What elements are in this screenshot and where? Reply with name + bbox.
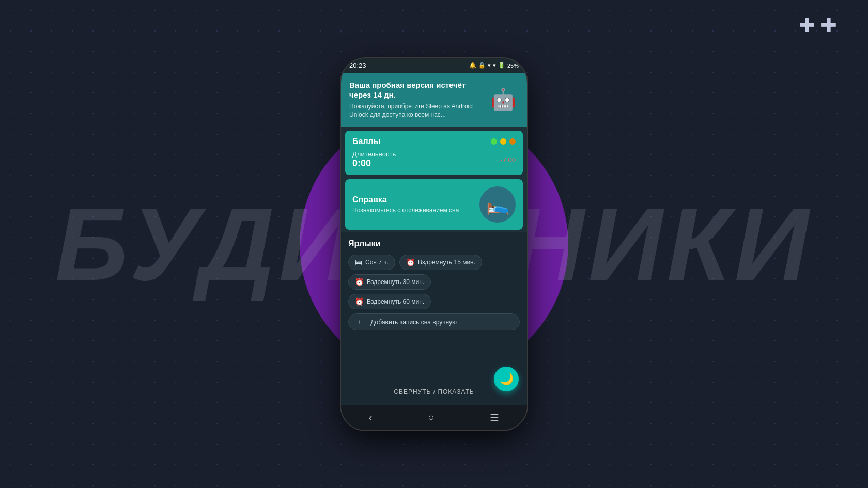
collapse-show-text[interactable]: СВЕРНУТЬ / ПОКАЗАТЬ [351,388,517,396]
plus-icons-area: ✚ ✚ [799,15,837,35]
battery-percent: 25% [507,62,519,69]
signal-icon: ▾ [493,62,496,69]
help-text: Справка Познакомьтесь с отслеживанием сн… [352,195,473,214]
help-image: 🛌 [479,186,516,223]
nap-15-label: Вздремнуть 15 мин. [418,259,475,266]
recents-button[interactable]: ☰ [490,412,499,424]
duration-value: 0:00 [352,158,396,169]
sleep-7h-label: Сон 7 ч. [365,259,389,266]
nap-60-label: Вздремнуть 60 мин. [367,298,424,305]
status-time: 20:23 [349,61,366,69]
score-header: Баллы [352,137,516,146]
duration-label: Длительность [352,150,396,158]
nap-30-label: Вздремнуть 30 мин. [367,278,424,286]
trial-banner[interactable]: Ваша пробная версия истечёт через 14 дн.… [341,73,527,127]
status-icons: 🔔 🔒 ▾ ▾ 🔋 25% [469,62,519,69]
plus-add-icon: ＋ [356,318,362,326]
phone-frame: 20:23 🔔 🔒 ▾ ▾ 🔋 25% Ваша пробная версия … [341,58,527,430]
score-dots [491,138,516,145]
lock-icon: 🔒 [478,62,486,69]
bed-icon: 🛏 [355,258,362,266]
back-button[interactable]: ‹ [369,412,373,423]
trial-text: Ваша пробная версия истечёт через 14 дн.… [349,80,482,120]
help-card[interactable]: Справка Познакомьтесь с отслеживанием сн… [345,179,523,230]
shortcuts-title: Ярлыки [348,239,520,248]
status-bar: 20:23 🔔 🔒 ▾ ▾ 🔋 25% [341,58,527,73]
shortcut-sleep-7h[interactable]: 🛏 Сон 7 ч. [348,255,395,270]
dot-green [491,138,497,145]
wifi-icon: ▾ [488,62,491,69]
score-card[interactable]: Баллы Длительность 0:00 -7:00 [345,131,523,175]
score-value: -7:00 [500,156,516,164]
score-duration-row: Длительность 0:00 -7:00 [352,150,516,169]
alarm-icon: 🔔 [469,62,476,69]
shortcut-nap-60[interactable]: ⏰ Вздремнуть 60 мин. [348,294,431,309]
shortcuts-row-3: ⏰ Вздремнуть 60 мин. [348,294,520,309]
trial-title: Ваша пробная версия истечёт через 14 дн. [349,80,482,100]
android-robot-icon: 🤖 [488,84,519,115]
dot-yellow [500,138,506,145]
plus-icon-2[interactable]: ✚ [820,15,837,35]
trial-description: Пожалуйста, приобретите Sleep as Android… [349,102,482,120]
add-sleep-record-button[interactable]: ＋ + Добавить запись сна вручную [348,313,520,330]
shortcut-nap-15[interactable]: ⏰ Вздремнуть 15 мин. [399,255,482,270]
alarm-nap-15-icon: ⏰ [406,258,415,266]
moon-fab-button[interactable]: 🌙 [494,367,519,391]
home-button[interactable]: ○ [428,412,434,423]
bottom-bar: СВЕРНУТЬ / ПОКАЗАТЬ 🌙 [341,379,527,405]
battery-icon: 🔋 [498,62,505,69]
score-title: Баллы [352,137,380,146]
shortcut-nap-30[interactable]: ⏰ Вздремнуть 30 мин. [348,274,431,290]
shortcuts-section: Ярлыки 🛏 Сон 7 ч. ⏰ Вздремнуть 15 мин. ⏰… [341,232,527,378]
shortcuts-row-1: 🛏 Сон 7 ч. ⏰ Вздремнуть 15 мин. [348,255,520,270]
help-title: Справка [352,195,473,204]
plus-icon-1[interactable]: ✚ [799,15,815,35]
moon-icon: 🌙 [500,372,514,386]
shortcuts-row-2: ⏰ Вздремнуть 30 мин. [348,274,520,290]
alarm-nap-30-icon: ⏰ [355,278,364,286]
alarm-nap-60-icon: ⏰ [355,297,364,306]
dot-orange [509,138,516,145]
navigation-bar: ‹ ○ ☰ [341,405,527,430]
screen-content: Ваша пробная версия истечёт через 14 дн.… [341,73,527,405]
add-record-label: + Добавить запись сна вручную [365,319,457,326]
help-description: Познакомьтесь с отслеживанием сна [352,207,473,214]
